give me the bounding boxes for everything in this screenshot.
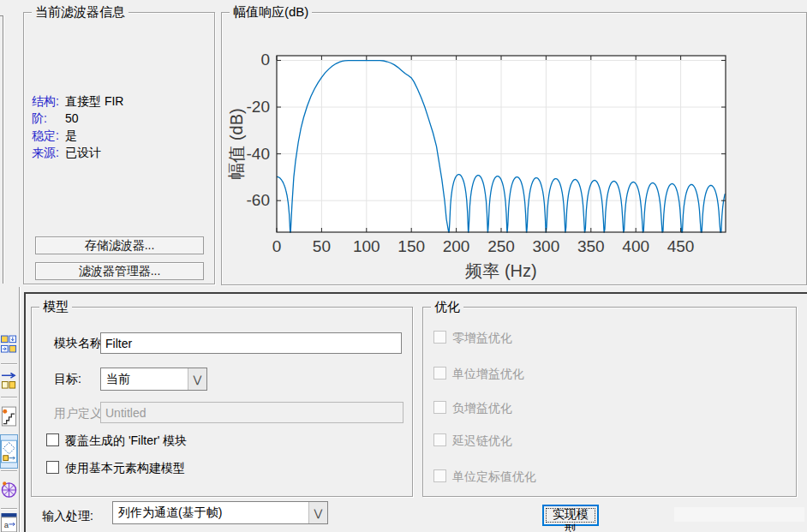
negative-gain-checkbox-label: 负增益优化 <box>452 401 512 416</box>
zero-gain-checkbox <box>433 331 446 344</box>
input-processing-label: 输入处理: <box>42 509 93 524</box>
current-filter-info-panel: 当前滤波器信息 结构: 直接型 FIR 阶: 50 稳定: 是 来源: 已设计 … <box>23 12 215 284</box>
transform-filter-icon <box>1 371 17 392</box>
target-selected-value: 当前 <box>101 368 188 390</box>
stable-value: 是 <box>65 129 77 144</box>
sidebar-item-multirate-filter[interactable] <box>0 474 18 506</box>
svg-text:幅值 (dB): 幅值 (dB) <box>227 108 246 179</box>
negative-gain-checkbox <box>433 401 446 414</box>
model-group: 模型 模块名称: 目标: 当前 ⋁ 用户定义: 覆盖生成的 'Filter' 模… <box>31 307 413 497</box>
zero-gain-checkbox-label: 零增益优化 <box>452 331 512 346</box>
pole-zero-editor-icon <box>1 405 17 427</box>
realize-model-button[interactable]: 实现模型 <box>542 505 599 526</box>
overwrite-block-checkbox[interactable] <box>46 433 59 446</box>
svg-text:-20: -20 <box>247 98 270 116</box>
svg-text:200: 200 <box>443 237 470 255</box>
unit-gain-checkbox <box>433 367 446 380</box>
structure-label: 结构: <box>32 94 59 110</box>
svg-text:-60: -60 <box>247 191 270 209</box>
input-processing-selected-value: 列作为通道(基于帧) <box>113 502 308 523</box>
user-defined-label: 用户定义: <box>54 406 105 421</box>
delay-chain-checkbox-label: 延迟链优化 <box>452 433 512 449</box>
panel-title: 当前滤波器信息 <box>32 5 129 19</box>
store-filter-button[interactable]: 存储滤波器... <box>35 236 204 254</box>
svg-text:0: 0 <box>260 51 270 69</box>
sidebar-item-import-filter[interactable]: a <box>0 511 18 532</box>
sidebar-item-set-quantization[interactable] <box>0 328 18 361</box>
order-value: 50 <box>65 111 79 125</box>
svg-text:250: 250 <box>487 237 515 255</box>
toolbar-separator <box>1 470 17 472</box>
basic-elements-checkbox-label: 使用基本元素构建模型 <box>65 461 185 476</box>
unit-scale-checkbox-label: 单位定标值优化 <box>452 469 536 485</box>
set-quantization-icon <box>1 335 17 354</box>
target-label: 目标: <box>54 372 81 387</box>
cropped-left-panel-edge-top <box>0 15 3 16</box>
svg-text:300: 300 <box>533 237 560 255</box>
watermark <box>674 507 804 522</box>
block-name-label: 模块名称: <box>54 336 105 351</box>
group-title: 优化 <box>431 300 463 314</box>
filter-manager-button[interactable]: 滤波器管理器... <box>35 262 204 280</box>
svg-text:150: 150 <box>398 237 425 255</box>
user-defined-input <box>100 402 404 423</box>
svg-text:-40: -40 <box>247 145 270 163</box>
sidebar-item-transform-filter[interactable] <box>0 367 18 395</box>
realize-model-panel: 模型 模块名称: 目标: 当前 ⋁ 用户定义: 覆盖生成的 'Filter' 模… <box>24 292 807 532</box>
svg-text:400: 400 <box>622 237 649 255</box>
multirate-filter-icon <box>1 479 17 501</box>
group-title: 模型 <box>39 300 72 314</box>
magnitude-response-panel: 幅值响应(dB) 0501001502002503003504004500-20… <box>221 12 807 285</box>
structure-value: 直接型 FIR <box>65 94 123 110</box>
svg-text:100: 100 <box>353 237 380 255</box>
filter-designer-realize-model-view: 当前滤波器信息 结构: 直接型 FIR 阶: 50 稳定: 是 来源: 已设计 … <box>0 0 807 532</box>
chevron-down-icon: ⋁ <box>188 368 206 390</box>
svg-text:450: 450 <box>667 237 695 255</box>
unit-scale-checkbox <box>433 469 446 482</box>
delay-chain-checkbox <box>433 433 446 446</box>
svg-text:350: 350 <box>577 237 605 255</box>
side-toolbar: a <box>0 287 20 532</box>
toolbar-separator <box>1 397 17 398</box>
stable-label: 稳定: <box>32 129 59 144</box>
block-name-input[interactable] <box>100 332 402 354</box>
toolbar-separator <box>1 508 17 510</box>
sidebar-item-realize-model[interactable] <box>0 434 18 469</box>
source-value: 已设计 <box>65 146 101 161</box>
target-dropdown[interactable]: 当前 ⋁ <box>100 368 207 391</box>
unit-gain-checkbox-label: 单位增益优化 <box>452 367 524 382</box>
source-label: 来源: <box>32 146 59 161</box>
overwrite-block-checkbox-label: 覆盖生成的 'Filter' 模块 <box>65 433 187 449</box>
svg-text:频率 (Hz): 频率 (Hz) <box>465 261 536 280</box>
svg-text:50: 50 <box>313 237 331 255</box>
toolbar-separator <box>1 363 17 365</box>
realize-model-icon <box>1 439 17 463</box>
chevron-down-icon: ⋁ <box>308 502 327 523</box>
magnitude-response-plot: 0501001502002503003504004500-20-40-60频率 … <box>222 13 804 283</box>
import-filter-icon: a <box>1 512 17 532</box>
svg-text:a: a <box>4 520 9 529</box>
input-processing-dropdown[interactable]: 列作为通道(基于帧) ⋁ <box>112 501 328 524</box>
sidebar-item-pole-zero-editor[interactable] <box>0 400 18 433</box>
cropped-left-panel-edge <box>3 15 3 284</box>
basic-elements-checkbox[interactable] <box>46 461 59 474</box>
order-label: 阶: <box>32 111 47 127</box>
svg-text:0: 0 <box>272 237 282 255</box>
optimization-group: 优化 零增益优化 单位增益优化 负增益优化 延迟链优化 单位定标值优化 <box>422 307 797 497</box>
